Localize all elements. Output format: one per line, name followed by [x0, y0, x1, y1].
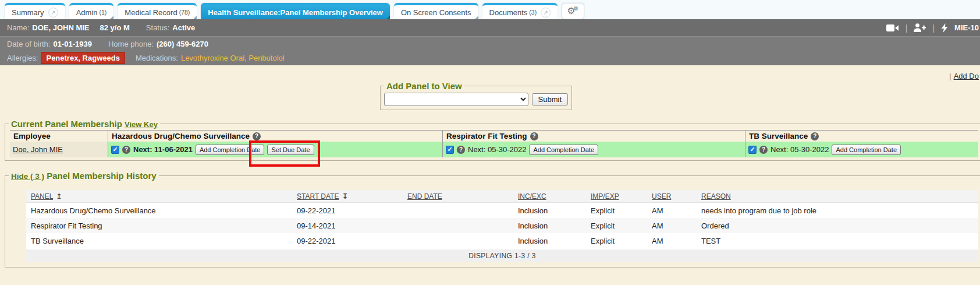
column-tb-surveillance: TB Surveillance ?	[745, 131, 978, 142]
current-panel-header-row: Employee Hazardous Drug/Chemo Surveillan…	[10, 131, 978, 142]
help-icon[interactable]: ?	[122, 146, 130, 154]
current-panel-legend: Current Panel Membership View Key	[9, 119, 160, 129]
table-row: TB Surveillance 09-22-2021 Inclusion Exp…	[26, 233, 978, 248]
inc-exc-cell: Inclusion	[513, 206, 586, 215]
help-icon[interactable]: ?	[811, 132, 819, 140]
current-panel-fieldset: Current Panel Membership View Key Employ…	[5, 119, 980, 161]
history-title: Panel Membership History	[47, 171, 156, 181]
panel-cell: Respirator Fit Testing	[26, 221, 292, 230]
add-completion-date-button[interactable]: Add Completion Date	[832, 145, 901, 155]
separator: |	[949, 72, 951, 80]
separator: |	[932, 23, 935, 33]
panel-cell: TB Surveillance	[26, 237, 292, 245]
tab-admin[interactable]: Admin (1)	[69, 3, 114, 19]
user-cell: AM	[647, 221, 697, 230]
popout-icon[interactable]: ↗	[48, 8, 58, 17]
next-due-date: Next: 05-30-2022	[468, 145, 526, 154]
allergies-badge[interactable]: Penetrex, Ragweeds	[41, 52, 125, 64]
popout-icon[interactable]: ↗	[541, 8, 551, 17]
column-user[interactable]: USER	[647, 192, 697, 200]
add-panel-legend: Add Panel to View	[384, 81, 464, 91]
name-label: Name:	[7, 23, 29, 32]
help-icon[interactable]: ?	[253, 132, 261, 140]
tab-medical-record[interactable]: Medical Record (78)	[118, 3, 197, 19]
imp-exp-cell: Explicit	[586, 221, 647, 230]
current-panel-table: Employee Hazardous Drug/Chemo Surveillan…	[10, 130, 978, 157]
tab-medical-record-label: Medical Record	[125, 8, 177, 17]
table-row: Respirator Fit Testing 09-14-2021 Inclus…	[26, 218, 978, 233]
checkbox-checked[interactable]: ✓	[446, 146, 454, 154]
tab-summary[interactable]: Summary ↗	[5, 3, 65, 19]
start-date-cell: 09-22-2021	[292, 206, 403, 215]
tab-summary-label: Summary	[12, 8, 44, 17]
column-panel[interactable]: PANEL ↥	[26, 192, 292, 200]
column-end-date[interactable]: END DATE	[403, 192, 513, 200]
help-icon[interactable]: ?	[759, 146, 768, 154]
history-header-row: PANEL ↥ START DATE ↧ END DATE INC/EXC IM…	[26, 190, 978, 203]
lightning-bolt-icon[interactable]	[941, 23, 948, 33]
respirator-fit-cell: ✓ ? Next: 05-30-2022 Add Completion Date	[442, 142, 745, 157]
medications-label: Medications:	[136, 54, 178, 62]
tab-health-surveillance-label: Health Surveillance:Panel Membership Ove…	[208, 8, 383, 17]
user-cell: AM	[647, 237, 697, 245]
tab-medical-record-count: (78)	[179, 9, 190, 16]
status-value: Active	[172, 23, 195, 32]
add-person-icon[interactable]	[914, 23, 926, 32]
column-hazardous-drug: Hazardous Drug/Chemo Surveillance ?	[108, 131, 442, 142]
next-due-date: Next: 11-06-2021	[133, 145, 193, 154]
patient-age-sex: 82 y/o M	[100, 23, 130, 32]
history-fieldset: Hide ( 3 ) Panel Membership History PANE…	[5, 171, 980, 268]
status-label: Status:	[146, 23, 169, 32]
help-icon[interactable]: ?	[530, 132, 538, 140]
tab-health-surveillance[interactable]: Health Surveillance:Panel Membership Ove…	[201, 3, 390, 19]
patient-id: MIE-10	[954, 23, 979, 32]
add-panel-fieldset: Add Panel to View Submit	[380, 81, 572, 110]
patient-header-row2: Date of birth: 01-01-1939 Home phone: (2…	[0, 36, 980, 51]
dob-label: Date of birth:	[7, 40, 50, 48]
medications-value[interactable]: Levothyroxine Oral, Penbutolol	[181, 54, 285, 62]
start-date-cell: 09-22-2021	[292, 237, 403, 245]
add-panel-select[interactable]	[384, 93, 528, 106]
view-key-link[interactable]: View Key	[125, 120, 158, 129]
video-camera-icon[interactable]	[886, 24, 899, 32]
set-due-date-button[interactable]: Set Due Date	[267, 145, 314, 155]
column-inc-exc[interactable]: INC/EXC	[513, 192, 586, 200]
column-respirator-fit: Respirator Fit Testing ?	[442, 131, 745, 142]
inc-exc-cell: Inclusion	[513, 237, 586, 245]
panel-cell: Hazardous Drug/Chemo Surveillance	[26, 206, 292, 215]
tab-bar: Summary ↗ Admin (1) Medical Record (78) …	[0, 0, 980, 19]
patient-header-row1: Name: DOE, JOHN MIE 82 y/o M Status: Act…	[0, 19, 980, 36]
reason-cell: needs into program due to job role	[697, 206, 978, 215]
help-icon[interactable]: ?	[457, 146, 465, 154]
employee-link[interactable]: Doe, John MIE	[13, 145, 63, 154]
hide-link[interactable]: Hide ( 3 )	[11, 172, 44, 181]
current-panel-data-row: Doe, John MIE ✓ ? Next: 11-06-2021 Add C…	[10, 142, 978, 157]
reason-cell: TEST	[697, 237, 978, 245]
checkbox-checked[interactable]: ✓	[748, 146, 757, 154]
column-start-date[interactable]: START DATE ↧	[292, 192, 403, 200]
tab-admin-count: (1)	[99, 9, 106, 16]
add-document-link[interactable]: Add Do	[954, 72, 979, 80]
allergies-label: Allergies:	[7, 54, 38, 62]
tab-documents[interactable]: Documents (3) ↗	[482, 3, 558, 19]
table-row: Hazardous Drug/Chemo Surveillance 09-22-…	[26, 203, 978, 218]
checkbox-checked[interactable]: ✓	[111, 146, 119, 154]
home-phone-label: Home phone:	[108, 40, 154, 48]
tab-documents-count: (3)	[529, 9, 537, 16]
add-completion-date-button[interactable]: Add Completion Date	[196, 145, 265, 155]
sort-descending-icon: ↧	[342, 192, 348, 200]
tab-on-screen-consents[interactable]: On Screen Consents	[394, 3, 478, 19]
user-cell: AM	[647, 206, 697, 215]
page-body: |Add Do Add Panel to View Submit Current…	[0, 65, 980, 285]
submit-button[interactable]: Submit	[532, 93, 568, 105]
add-completion-date-button[interactable]: Add Completion Date	[529, 145, 598, 155]
history-legend: Hide ( 3 ) Panel Membership History	[9, 171, 159, 181]
tab-admin-label: Admin	[76, 8, 98, 17]
hazardous-drug-cell: ✓ ? Next: 11-06-2021 Add Completion Date…	[108, 142, 442, 157]
column-imp-exp[interactable]: IMP/EXP	[586, 192, 647, 200]
reason-cell: Ordered	[697, 221, 978, 230]
paging-status: DISPLAYING 1-3 / 3	[26, 249, 978, 262]
current-panel-title: Current Panel Membership	[11, 119, 122, 129]
tab-settings[interactable]: ⚙ ⚙	[562, 3, 584, 19]
column-reason[interactable]: REASON	[697, 192, 978, 200]
